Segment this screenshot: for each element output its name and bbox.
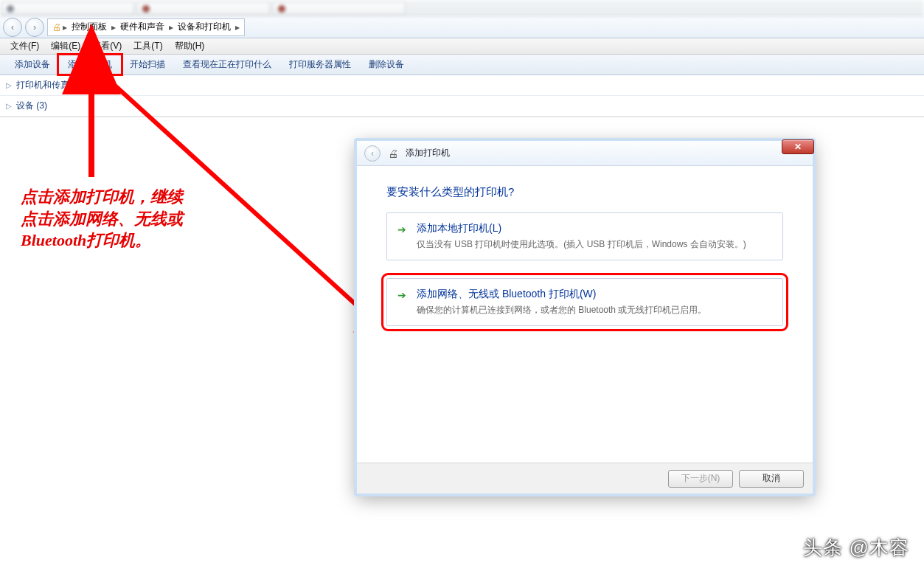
annotation-text: 点击添加打印机，继续 点击添加网络、无线或 Bluetooth打印机。: [21, 186, 183, 252]
crumb-devices-printers[interactable]: 设备和打印机: [175, 21, 234, 33]
background-tabs: [0, 0, 924, 16]
menu-file[interactable]: 文件(F): [4, 38, 45, 54]
next-button[interactable]: 下一步(N): [668, 470, 733, 488]
menu-view[interactable]: 查看(V): [86, 38, 128, 54]
dialog-heading: 要安装什么类型的打印机?: [386, 185, 783, 199]
tool-start-scan[interactable]: 开始扫描: [121, 55, 174, 74]
explorer-nav: ‹ › 🖨 ▸ 控制面板 ▸ 硬件和声音 ▸ 设备和打印机 ▸: [0, 16, 924, 38]
tool-add-device[interactable]: 添加设备: [6, 55, 59, 74]
tool-add-printer[interactable]: 添加打印机: [59, 55, 121, 74]
dialog-body: 要安装什么类型的打印机? ➔ 添加本地打印机(L) 仅当没有 USB 打印机时使…: [357, 166, 813, 326]
chevron-right-icon: ▸: [111, 22, 116, 32]
option-desc: 仅当没有 USB 打印机时使用此选项。(插入 USB 打印机后，Windows …: [417, 238, 771, 251]
crumb-hardware-sound[interactable]: 硬件和声音: [117, 21, 167, 33]
bg-tab: [137, 1, 270, 15]
chevron-right-icon: ▷: [6, 102, 12, 110]
group-devices[interactable]: ▷ 设备 (3): [0, 96, 924, 117]
option-title: 添加本地打印机(L): [417, 222, 771, 235]
add-printer-dialog: ✕ ‹ 🖨 添加打印机 要安装什么类型的打印机? ➔ 添加本地打印机(L) 仅当…: [356, 140, 813, 494]
arrow-right-icon: ➔: [397, 289, 406, 301]
dialog-back-button[interactable]: ‹: [364, 145, 381, 162]
tool-see-printing[interactable]: 查看现在正在打印什么: [174, 55, 280, 74]
dialog-titlebar: ‹ 🖨 添加打印机: [357, 141, 813, 166]
option-desc: 确保您的计算机已连接到网络，或者您的 Bluetooth 或无线打印机已启用。: [417, 304, 771, 316]
forward-button[interactable]: ›: [25, 18, 44, 37]
toolbar: 添加设备 添加打印机 开始扫描 查看现在正在打印什么 打印服务器属性 删除设备: [0, 55, 924, 75]
option-add-local-printer[interactable]: ➔ 添加本地打印机(L) 仅当没有 USB 打印机时使用此选项。(插入 USB …: [386, 212, 783, 260]
printer-icon: 🖨: [388, 148, 398, 159]
chevron-right-icon: ▸: [63, 22, 67, 32]
content-pane: ▷ 打印机和传真 ( ) ▷ 设备 (3): [0, 75, 924, 117]
chevron-right-icon: ▸: [169, 22, 173, 32]
cancel-button[interactable]: 取消: [739, 470, 804, 488]
chevron-right-icon: ▷: [6, 81, 12, 89]
tool-delete-device[interactable]: 删除设备: [360, 55, 413, 74]
tool-print-server-props[interactable]: 打印服务器属性: [280, 55, 360, 74]
option-add-network-printer[interactable]: ➔ 添加网络、无线或 Bluetooth 打印机(W) 确保您的计算机已连接到网…: [386, 278, 783, 326]
menu-edit[interactable]: 编辑(E): [45, 38, 86, 54]
option-title: 添加网络、无线或 Bluetooth 打印机(W): [417, 288, 771, 301]
menu-bar: 文件(F) 编辑(E) 查看(V) 工具(T) 帮助(H): [0, 38, 924, 55]
menu-help[interactable]: 帮助(H): [169, 38, 211, 54]
close-button[interactable]: ✕: [782, 139, 814, 154]
watermark: 头条 @木容: [803, 535, 909, 561]
breadcrumb[interactable]: 🖨 ▸ 控制面板 ▸ 硬件和声音 ▸ 设备和打印机 ▸: [47, 18, 245, 36]
folder-icon: 🖨: [52, 22, 61, 32]
group-label: 打印机和传真 ( ): [16, 79, 80, 91]
arrow-right-icon: ➔: [397, 224, 406, 235]
bg-tab: [1, 1, 134, 15]
menu-tools[interactable]: 工具(T): [128, 38, 168, 54]
chevron-right-icon: ▸: [235, 22, 240, 32]
dialog-title: 添加打印机: [406, 147, 450, 159]
back-button[interactable]: ‹: [3, 18, 22, 37]
group-printers-fax[interactable]: ▷ 打印机和传真 ( ): [0, 75, 924, 96]
group-label: 设备 (3): [16, 100, 47, 112]
crumb-control-panel[interactable]: 控制面板: [69, 21, 110, 33]
bg-tab: [273, 1, 406, 15]
dialog-buttons: 下一步(N) 取消: [357, 463, 813, 494]
